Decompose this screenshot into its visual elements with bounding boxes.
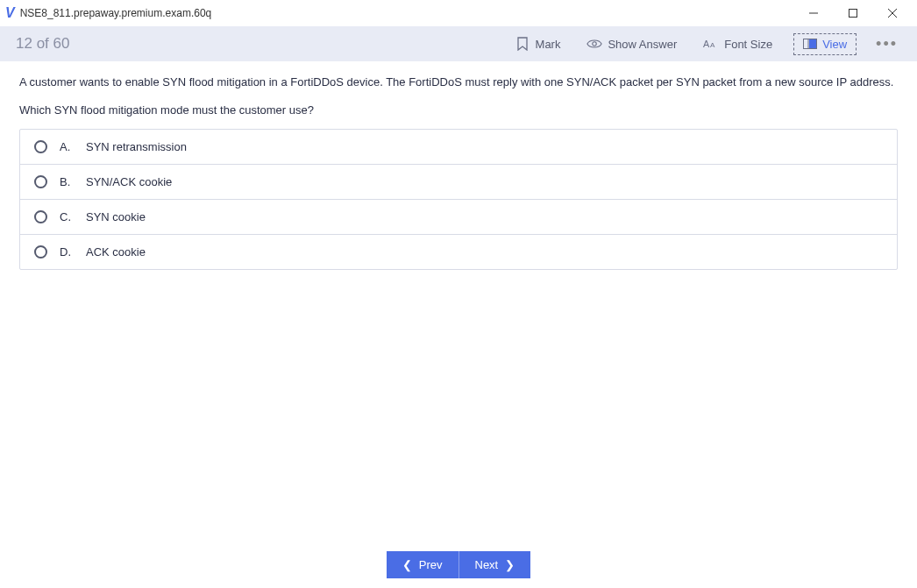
view-layout-icon xyxy=(803,38,817,50)
radio-icon xyxy=(34,210,47,223)
radio-icon xyxy=(34,140,47,153)
show-answer-button[interactable]: Show Answer xyxy=(581,32,682,55)
window-titlebar: V NSE8_811.prepaway.premium.exam.60q xyxy=(0,0,917,26)
option-c[interactable]: C. SYN cookie xyxy=(20,200,897,235)
option-letter: D. xyxy=(60,245,74,259)
minimize-button[interactable] xyxy=(793,0,833,26)
view-label: View xyxy=(822,38,847,51)
mark-button[interactable]: Mark xyxy=(509,32,566,55)
eye-icon xyxy=(586,36,602,52)
option-letter: A. xyxy=(60,140,74,153)
font-size-button[interactable]: AA Font Size xyxy=(698,32,778,55)
option-a[interactable]: A. SYN retransmission xyxy=(20,130,897,165)
next-button[interactable]: Next ❯ xyxy=(458,551,531,578)
svg-text:A: A xyxy=(703,39,710,50)
chevron-left-icon: ❮ xyxy=(402,558,412,571)
font-size-label: Font Size xyxy=(724,38,772,51)
svg-text:A: A xyxy=(710,42,715,50)
prev-label: Prev xyxy=(419,558,443,571)
option-text: SYN cookie xyxy=(86,210,146,223)
more-icon: ••• xyxy=(876,35,898,53)
chevron-right-icon: ❯ xyxy=(505,558,515,571)
nav-button-group: ❮ Prev Next ❯ xyxy=(387,551,530,578)
radio-icon xyxy=(34,245,47,259)
maximize-icon xyxy=(849,9,857,18)
font-size-icon: AA xyxy=(703,36,719,52)
option-b[interactable]: B. SYN/ACK cookie xyxy=(20,165,897,200)
option-letter: B. xyxy=(60,175,74,188)
window-title: NSE8_811.prepaway.premium.exam.60q xyxy=(20,7,793,19)
close-button[interactable] xyxy=(872,0,912,26)
more-button[interactable]: ••• xyxy=(872,35,901,53)
maximize-button[interactable] xyxy=(833,0,872,26)
question-content: A customer wants to enable SYN flood mit… xyxy=(0,61,917,541)
question-stem-p1: A customer wants to enable SYN flood mit… xyxy=(19,74,898,91)
svg-point-4 xyxy=(593,42,597,46)
option-d[interactable]: D. ACK cookie xyxy=(20,235,897,269)
svg-rect-1 xyxy=(849,10,857,18)
window-controls xyxy=(793,0,912,26)
close-icon xyxy=(888,9,897,18)
bookmark-icon xyxy=(515,36,530,52)
question-stem-p2: Which SYN flood mitigation mode must the… xyxy=(19,102,898,119)
minimize-icon xyxy=(809,9,818,18)
question-counter: 12 of 60 xyxy=(16,35,494,53)
option-text: SYN retransmission xyxy=(86,140,187,153)
main-toolbar: 12 of 60 Mark Show Answer AA Font Size V… xyxy=(0,26,917,61)
app-logo-icon: V xyxy=(5,5,15,21)
option-text: ACK cookie xyxy=(86,245,146,259)
answer-options: A. SYN retransmission B. SYN/ACK cookie … xyxy=(19,129,898,270)
prev-button[interactable]: ❮ Prev xyxy=(387,551,458,578)
question-stem: A customer wants to enable SYN flood mit… xyxy=(19,74,898,118)
view-button[interactable]: View xyxy=(793,33,857,55)
option-letter: C. xyxy=(60,210,74,223)
next-label: Next xyxy=(475,558,499,571)
option-text: SYN/ACK cookie xyxy=(86,175,172,188)
mark-label: Mark xyxy=(536,38,561,51)
radio-icon xyxy=(34,175,47,188)
footer-nav: ❮ Prev Next ❯ xyxy=(0,541,917,588)
svg-rect-9 xyxy=(809,39,816,48)
show-answer-label: Show Answer xyxy=(608,38,677,51)
